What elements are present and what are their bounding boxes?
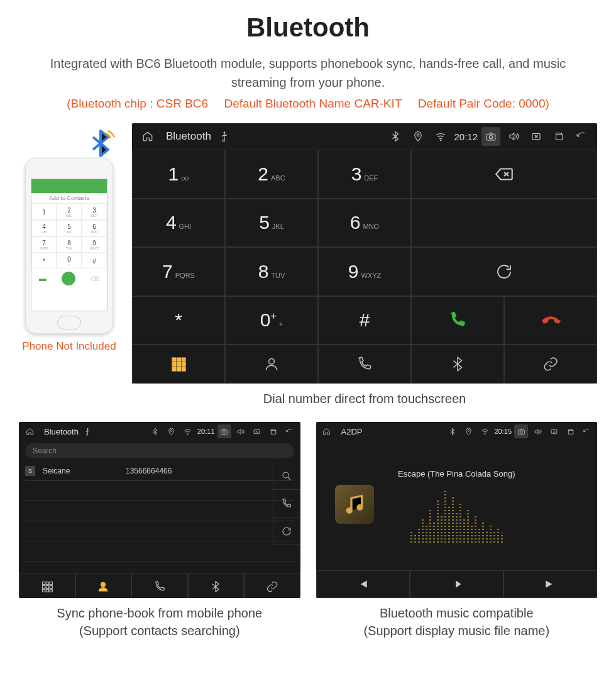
phone-key-8: 8TUV xyxy=(57,236,82,253)
tab-contacts[interactable] xyxy=(75,573,132,598)
phone-menu-icon: ▬ xyxy=(39,274,47,283)
keypad-*[interactable]: * xyxy=(132,296,225,345)
tab-dialpad[interactable] xyxy=(132,345,225,384)
contact-name: Seicane xyxy=(43,467,118,475)
tab-contacts[interactable] xyxy=(225,345,318,384)
sb-title: Bluetooth xyxy=(166,130,211,143)
bluetooth-icon xyxy=(386,127,405,146)
music-caption: Bluetooth music compatible (Support disp… xyxy=(316,604,598,639)
subtitle: Integrated with BC6 Bluetooth module, su… xyxy=(25,54,591,92)
home-icon[interactable] xyxy=(320,424,334,438)
location-icon xyxy=(165,424,179,438)
keypad-9[interactable]: 9WXYZ xyxy=(318,247,411,296)
phone-key-*: * xyxy=(31,253,57,269)
statusbar: Bluetooth 20:12 xyxy=(132,123,597,150)
tab-dialpad[interactable] xyxy=(19,573,75,598)
back-icon[interactable] xyxy=(580,424,593,438)
tab-calllog[interactable] xyxy=(318,345,411,384)
sb-time: 20:15 xyxy=(494,428,512,435)
phone-caption: Phone Not Included xyxy=(19,340,119,353)
sb-title: A2DP xyxy=(341,427,363,436)
bluetooth-icon xyxy=(445,424,459,438)
phone-key-7: 7PQRS xyxy=(31,236,57,253)
spec-chip: (Bluetooth chip : CSR BC6 xyxy=(67,97,208,110)
back-icon[interactable] xyxy=(572,127,591,146)
search-button[interactable] xyxy=(273,462,300,490)
tab-pairing[interactable] xyxy=(504,345,597,384)
phone-key-4: 4GHI xyxy=(31,220,57,236)
phone-key-2: 2ABC xyxy=(57,204,82,220)
statusbar: Bluetooth 20:11 xyxy=(19,422,300,441)
dialer-caption: Dial number direct from touchscreen xyxy=(132,390,597,407)
keypad-2[interactable]: 2ABC xyxy=(225,150,318,199)
sync-button[interactable] xyxy=(273,517,300,545)
sb-time: 20:12 xyxy=(454,131,478,142)
tab-bluetooth[interactable] xyxy=(188,573,245,598)
equalizer-visual xyxy=(410,486,503,543)
next-button[interactable] xyxy=(503,570,597,598)
phone-key-0: 0+ xyxy=(57,253,82,269)
phone-key-9: 9WXYZ xyxy=(82,236,107,253)
keypad-3[interactable]: 3DEF xyxy=(318,150,411,199)
music-screen: A2DP 20:15 Escape (The Pina Colada Song) xyxy=(316,422,598,598)
spec-name: Default Bluetooth Name CAR-KIT xyxy=(224,97,402,110)
location-icon xyxy=(409,127,427,146)
bluetooth-signal-icon xyxy=(85,128,116,161)
tab-bluetooth[interactable] xyxy=(411,345,504,384)
camera-icon[interactable] xyxy=(217,424,231,438)
phone-key-5: 5JKL xyxy=(57,220,82,236)
phone-call-button xyxy=(62,272,75,285)
volume-icon[interactable] xyxy=(531,424,544,438)
keypad-0[interactable]: 0++ xyxy=(225,296,318,345)
statusbar: A2DP 20:15 xyxy=(316,422,598,441)
camera-icon[interactable] xyxy=(481,127,500,146)
phonebook-caption: Sync phone-book from mobile phone (Suppo… xyxy=(19,604,300,639)
sb-time: 20:11 xyxy=(197,428,215,435)
keypad-6[interactable]: 6MNO xyxy=(318,199,411,248)
play-button[interactable] xyxy=(410,570,503,598)
search-input[interactable]: Search xyxy=(25,443,294,458)
hangup-button[interactable] xyxy=(504,296,597,345)
song-title: Escape (The Pina Colada Song) xyxy=(398,469,515,479)
backspace-button[interactable] xyxy=(411,150,597,199)
home-icon[interactable] xyxy=(138,127,157,146)
windows-icon[interactable] xyxy=(549,127,568,146)
keypad-5[interactable]: 5JKL xyxy=(225,199,318,248)
wifi-icon xyxy=(181,424,195,438)
tab-calllog[interactable] xyxy=(131,573,188,598)
prev-button[interactable] xyxy=(316,570,410,598)
close-icon[interactable] xyxy=(250,424,264,438)
keypad-1[interactable]: 1oo xyxy=(132,150,225,199)
home-icon[interactable] xyxy=(23,424,36,438)
phone-key-#: # xyxy=(82,253,107,269)
call-button[interactable] xyxy=(273,490,300,517)
keypad-7[interactable]: 7PQRS xyxy=(132,247,225,296)
call-button[interactable] xyxy=(411,296,504,345)
volume-icon[interactable] xyxy=(234,424,248,438)
sb-title: Bluetooth xyxy=(44,427,79,436)
empty-cell xyxy=(411,199,597,248)
sync-button[interactable] xyxy=(411,247,597,296)
page-title: Bluetooth xyxy=(25,13,591,43)
music-note-icon xyxy=(335,485,374,524)
phone-key-6: 6MNO xyxy=(82,220,107,236)
keypad-#[interactable]: # xyxy=(318,296,411,345)
windows-icon[interactable] xyxy=(267,424,280,438)
phone-key-3: 3DEF xyxy=(82,204,107,220)
close-icon[interactable] xyxy=(547,424,561,438)
tab-pairing[interactable] xyxy=(244,573,300,598)
windows-icon[interactable] xyxy=(563,424,577,438)
spec-line: (Bluetooth chip : CSR BC6 Default Blueto… xyxy=(25,97,591,111)
contact-row[interactable]: S Seicane 13566664466 xyxy=(25,461,294,481)
phone-backspace-icon: ⌫ xyxy=(91,275,99,282)
volume-icon[interactable] xyxy=(504,127,523,146)
camera-icon[interactable] xyxy=(514,424,528,438)
back-icon[interactable] xyxy=(283,424,297,438)
keypad-8[interactable]: 8TUV xyxy=(225,247,318,296)
close-icon[interactable] xyxy=(527,127,546,146)
contact-number: 13566664466 xyxy=(126,467,172,475)
keypad-4[interactable]: 4GHI xyxy=(132,199,225,248)
contact-badge: S xyxy=(25,466,35,476)
location-icon xyxy=(461,424,475,438)
phone-key-1: 1 xyxy=(31,204,57,220)
